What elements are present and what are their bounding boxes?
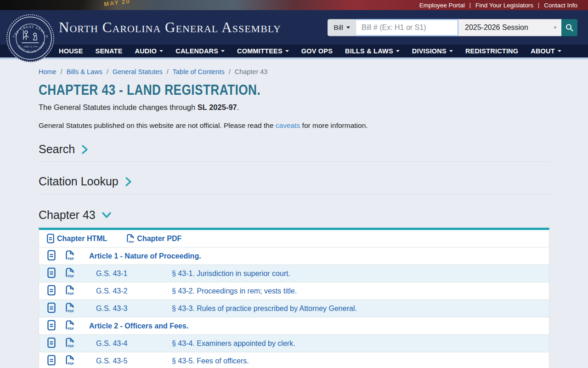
table-row: PDF Article 1 - Nature of Proceeding.: [39, 247, 549, 265]
row-html-link[interactable]: [47, 320, 56, 332]
nc-state-seal-logo[interactable]: THE GREAT SEAL OF THE STATE ESSE QUAM VI…: [6, 14, 55, 63]
main-nav: HOUSESENATEAUDIOCALENDARSCOMMITTEESGOV O…: [0, 45, 588, 59]
top-banner-strip: MAY 20 Employee Portal|Find Your Legisla…: [0, 0, 588, 10]
nav-item-redistricting[interactable]: REDISTRICTING: [465, 47, 518, 55]
chevron-down-icon: [159, 50, 163, 52]
chevron-right-icon: [124, 177, 132, 187]
citation-lookup-toggle[interactable]: Citation Lookup: [39, 175, 132, 188]
svg-text:PDF: PDF: [68, 257, 74, 260]
chevron-down-icon: [396, 50, 400, 52]
separator: /: [229, 68, 231, 75]
article-link[interactable]: Article 1 - Nature of Proceeding.: [89, 252, 201, 260]
disclaimer-note: General Statutes published on this websi…: [39, 121, 549, 130]
chapter-links-row: Chapter HTML PDF Chapter PDF: [39, 230, 549, 247]
document-icon: [47, 320, 56, 330]
row-pdf-link[interactable]: PDF: [65, 302, 74, 315]
page-title: Chapter 43 - Land Registration.: [39, 81, 549, 98]
breadcrumb: Home/Bills & Laws/General Statutes/Table…: [39, 68, 549, 75]
chevron-down-icon: [558, 50, 561, 52]
row-pdf-link[interactable]: PDF: [65, 285, 74, 297]
nav-item-bills-laws[interactable]: BILLS & LAWS: [345, 47, 400, 55]
search-type-label: Bill: [334, 23, 343, 32]
pdf-file-icon: PDF: [65, 355, 74, 365]
nav-item-audio[interactable]: AUDIO: [135, 47, 164, 55]
statute-title-link[interactable]: § 43-3. Rules of practice prescribed by …: [172, 305, 357, 313]
breadcrumb-link-bills-laws[interactable]: Bills & Laws: [67, 68, 102, 75]
breadcrumb-link-general-statutes[interactable]: General Statutes: [113, 68, 163, 75]
gs-number-link[interactable]: G.S. 43-5: [96, 357, 127, 365]
utility-links: Employee Portal|Find Your Legislators|Co…: [419, 0, 577, 10]
session-law-number: SL 2025-97: [198, 103, 237, 111]
caveats-link[interactable]: caveats: [276, 121, 300, 129]
gs-number-link[interactable]: G.S. 43-2: [96, 287, 127, 295]
article-link[interactable]: Article 2 - Officers and Fees.: [89, 322, 188, 330]
chapter-pdf-link[interactable]: PDF Chapter PDF: [126, 234, 181, 243]
table-row: PDF G.S. 43-4 § 43-4. Examiners appointe…: [39, 335, 549, 352]
row-html-link[interactable]: [47, 250, 56, 262]
row-pdf-link[interactable]: PDF: [65, 320, 74, 332]
separator: /: [61, 68, 62, 75]
nav-item-divisions[interactable]: DIVISIONS: [412, 47, 453, 55]
svg-text:PDF: PDF: [129, 240, 134, 243]
gs-number-link[interactable]: G.S. 43-4: [96, 339, 127, 348]
row-pdf-link[interactable]: PDF: [65, 337, 74, 350]
document-icon: [47, 285, 56, 295]
chevron-right-icon: [81, 144, 89, 155]
utility-link-find-your-legislators[interactable]: Find Your Legislators: [475, 2, 533, 9]
document-icon: [47, 267, 56, 278]
nav-item-house[interactable]: HOUSE: [59, 47, 83, 55]
row-html-link[interactable]: [47, 302, 56, 315]
nav-item-about[interactable]: ABOUT: [531, 47, 561, 55]
svg-text:PDF: PDF: [68, 362, 74, 365]
pdf-file-icon: PDF: [126, 234, 134, 243]
row-html-link[interactable]: [47, 337, 56, 350]
row-html-link[interactable]: [47, 267, 56, 280]
chapter-section-label: Chapter 43: [39, 208, 96, 222]
chapter-section-toggle[interactable]: Chapter 43: [39, 208, 112, 222]
row-html-link[interactable]: [47, 285, 56, 297]
nav-item-gov-ops[interactable]: GOV OPS: [301, 47, 333, 55]
statute-title-link[interactable]: § 43-4. Examiners appointed by clerk.: [172, 339, 295, 348]
svg-text:PDF: PDF: [68, 345, 74, 348]
table-row: PDF G.S. 43-5 § 43-5. Fees of officers.: [39, 352, 549, 368]
statute-table-body: PDF Article 1 - Nature of Proceeding. PD…: [39, 247, 549, 368]
search-section-toggle[interactable]: Search: [39, 143, 89, 156]
chevron-down-icon: ▼: [553, 25, 557, 30]
citation-lookup-label: Citation Lookup: [39, 175, 119, 188]
row-pdf-link[interactable]: PDF: [65, 267, 74, 280]
site-header: THE GREAT SEAL OF THE STATE ESSE QUAM VI…: [0, 10, 588, 45]
gs-number-link[interactable]: G.S. 43-1: [96, 270, 127, 278]
statute-title-link[interactable]: § 43-1. Jurisdiction in superior court.: [172, 270, 290, 278]
nav-item-committees[interactable]: COMMITTEES: [237, 47, 289, 55]
pdf-file-icon: PDF: [65, 267, 74, 278]
chapter-html-link[interactable]: Chapter HTML: [47, 234, 107, 243]
bill-number-input[interactable]: [356, 19, 458, 36]
pdf-file-icon: PDF: [65, 285, 74, 295]
banner-photo-text: MAY 20: [103, 0, 130, 7]
session-selected-value: 2025-2026 Session: [465, 23, 528, 32]
chevron-down-icon: [449, 50, 453, 52]
chevron-down-icon: [285, 50, 289, 52]
site-title[interactable]: North Carolina General Assembly: [59, 19, 281, 36]
pdf-file-icon: PDF: [65, 337, 74, 348]
session-select[interactable]: 2025-2026 Session ▼: [458, 19, 561, 36]
row-pdf-link[interactable]: PDF: [65, 355, 74, 367]
utility-link-employee-portal[interactable]: Employee Portal: [419, 2, 465, 9]
row-pdf-link[interactable]: PDF: [65, 250, 74, 262]
search-type-dropdown[interactable]: Bill: [328, 19, 356, 36]
document-icon: [47, 355, 56, 365]
breadcrumb-link-table-of-contents[interactable]: Table of Contents: [173, 68, 225, 75]
nav-item-calendars[interactable]: CALENDARS: [175, 47, 225, 55]
bill-search-bar: Bill 2025-2026 Session ▼: [328, 19, 577, 36]
statute-title-link[interactable]: § 43-5. Fees of officers.: [172, 357, 249, 365]
search-button[interactable]: [561, 19, 577, 36]
row-html-link[interactable]: [47, 355, 56, 367]
gs-number-link[interactable]: G.S. 43-3: [96, 305, 127, 313]
statute-title-link[interactable]: § 43-2. Proceedings in rem; vests title.: [172, 287, 297, 295]
breadcrumb-link-home[interactable]: Home: [39, 68, 57, 75]
nav-item-senate[interactable]: SENATE: [96, 47, 123, 55]
utility-link-contact-info[interactable]: Contact Info: [544, 2, 577, 9]
chevron-down-icon: [346, 26, 350, 29]
document-icon: [47, 302, 56, 313]
svg-text:PDF: PDF: [68, 310, 74, 313]
